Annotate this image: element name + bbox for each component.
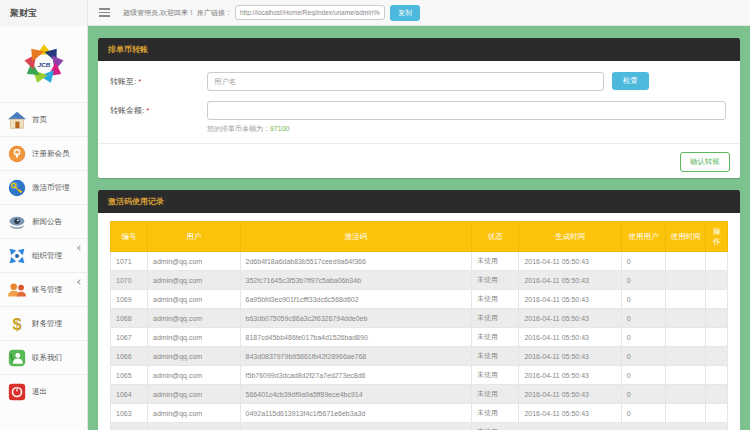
cell-status: 未使用 [471,271,519,290]
cell-created: 2016-04-11 05:50:43 [519,423,621,430]
cell-id: 1070 [111,271,148,290]
cell-used_by: 0 [621,366,665,385]
brand-title: 聚财宝 [0,0,88,26]
table-row: 1071admin@qq.com2d6b4f18a6dab83b5517ceed… [111,252,728,271]
check-button[interactable]: 检查 [612,72,649,90]
cell-user: admin@qq.com [148,271,241,290]
cell-action [706,328,728,347]
dollar-icon: $ [7,315,27,333]
cell-user: admin@qq.com [148,252,241,271]
cell-status: 未使用 [471,328,519,347]
cell-status: 未使用 [471,366,519,385]
cell-user: admin@qq.com [148,347,241,366]
required-mark: * [138,77,141,86]
sidebar-item-register-member[interactable]: 注册新会员 [0,136,87,170]
cell-created: 2016-04-11 05:50:43 [519,290,621,309]
cell-used_by: 0 [621,385,665,404]
table-row: 1067admin@qq.com8187cd45bb486fe017ba4d15… [111,328,728,347]
column-header: 操作 [706,222,728,252]
cell-created: 2016-04-11 05:50:43 [519,404,621,423]
activation-codes-table: 编号用户激活码状态生成时间使用用户使用时间操作 1071admin@qq.com… [110,221,728,430]
transfer-panel: 排单币转账 转账至:* 检查 转账金额:* 您的排单币余额为：97100 [98,38,740,178]
cell-used_at [666,366,706,385]
cell-code: 843d0837979b95861fb42f28966ae768 [240,347,471,366]
table-row: 1069admin@qq.com6a95bfd3ec901f1cfff33dc6… [111,290,728,309]
cell-created: 2016-04-11 05:50:43 [519,252,621,271]
chevron-left-icon [77,245,83,251]
confirm-transfer-button[interactable]: 确认转账 [680,152,730,172]
sidebar-item-organization[interactable]: 组织管理 [0,238,87,272]
hamburger-menu-icon[interactable] [99,6,110,19]
sidebar-item-accounts[interactable]: 账号管理 [0,272,87,306]
cell-user: admin@qq.com [148,423,241,430]
sidebar-item-coin-management[interactable]: 激活币管理 [0,170,87,204]
table-row: 1062admin@qq.com5da50e4cd28dad139cdb7a55… [111,423,728,430]
column-header: 状态 [471,222,519,252]
cell-code: 566401c4cb39df9a9a5ff89ece4bc914 [240,385,471,404]
table-row: 1068admin@qq.comb63db075059c86a3c2f63267… [111,309,728,328]
balance-value: 97100 [270,125,289,132]
transfer-amount-label: 转账金额:* [110,101,207,116]
register-lock-icon [7,145,27,163]
cell-used_at [666,347,706,366]
cell-action [706,271,728,290]
org-arrows-icon [7,247,27,265]
sidebar-item-news[interactable]: 新闻公告 [0,204,87,238]
table-row: 1070admin@qq.com352fc71645c3f53b7ff97c5a… [111,271,728,290]
sidebar-item-home[interactable]: 首页 [0,102,87,136]
transfer-panel-title: 排单币转账 [98,38,740,61]
cell-action [706,423,728,430]
cell-used_by: 0 [621,404,665,423]
cell-action [706,252,728,271]
cell-status: 未使用 [471,347,519,366]
cell-used_by: 0 [621,309,665,328]
cell-code: f5b76099d3dcad8d2f27a7ed273ec8d6 [240,366,471,385]
copy-button[interactable]: 复制 [390,5,420,21]
cell-used_at [666,309,706,328]
sidebar-item-finance[interactable]: $ 财务管理 [0,306,87,340]
table-row: 1065admin@qq.comf5b76099d3dcad8d2f27a7ed… [111,366,728,385]
cell-user: admin@qq.com [148,328,241,347]
cell-id: 1071 [111,252,148,271]
cell-status: 未使用 [471,423,519,430]
cell-status: 未使用 [471,290,519,309]
cell-action [706,290,728,309]
sidebar-item-logout[interactable]: 退出 [0,374,87,408]
transfer-to-input[interactable] [207,72,604,91]
promo-url-input[interactable] [235,5,385,20]
table-row: 1063admin@qq.com0492a115d613913f4c1f5671… [111,404,728,423]
transfer-to-label: 转账至:* [110,72,207,87]
promo-link-label: 推广链接： [197,8,232,18]
svg-text:JCB: JCB [37,61,50,68]
cell-code: b63db075059c86a3c2f6326794dde0eb [240,309,471,328]
column-header: 使用时间 [666,222,706,252]
cell-user: admin@qq.com [148,385,241,404]
cell-code: 352fc71645c3f53b7ff97c5aba06b34b [240,271,471,290]
chevron-left-icon [77,279,83,285]
cell-action [706,366,728,385]
cell-action [706,404,728,423]
pinwheel-logo-icon: JCB [20,42,68,86]
sidebar-item-contact[interactable]: 联系我们 [0,340,87,374]
cell-status: 未使用 [471,385,519,404]
cell-created: 2016-04-11 05:50:43 [519,385,621,404]
cell-status: 未使用 [471,252,519,271]
cell-used_by: 0 [621,328,665,347]
cell-used_by: 0 [621,290,665,309]
cell-user: admin@qq.com [148,366,241,385]
column-header: 使用用户 [621,222,665,252]
column-header: 生成时间 [519,222,621,252]
home-icon [7,111,27,129]
transfer-amount-input[interactable] [207,101,726,120]
cell-id: 1064 [111,385,148,404]
cell-id: 1065 [111,366,148,385]
users-icon [7,281,27,299]
cell-user: admin@qq.com [148,404,241,423]
cell-used_at [666,385,706,404]
cell-used_at [666,328,706,347]
cell-id: 1069 [111,290,148,309]
svg-text:$: $ [12,315,21,333]
cell-created: 2016-04-11 05:50:43 [519,309,621,328]
cell-id: 1068 [111,309,148,328]
cell-created: 2016-04-11 05:50:43 [519,328,621,347]
